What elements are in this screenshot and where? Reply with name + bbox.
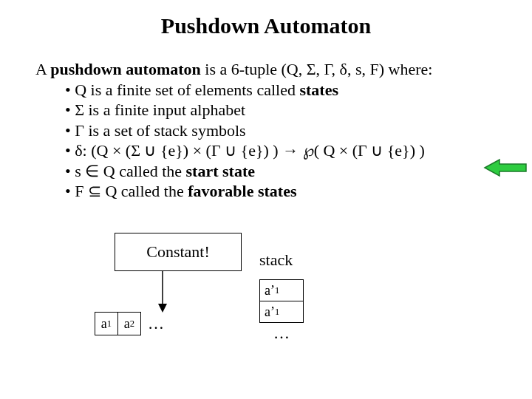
tape-a2-base: a [124,316,130,332]
tape-cell: a2 [117,312,141,335]
intro-bold: pushdown automaton [50,60,201,78]
stack-ellipsis: … [259,322,304,343]
bullet5-bold: start state [186,162,255,180]
bullet1-bold: states [299,81,338,99]
stack-c2-sub: 1 [275,307,279,318]
stack-cell: a’1 [259,301,304,323]
stack-c2-base: a’ [265,304,275,320]
input-tape: a1 a2 … [95,312,164,335]
stack-column: a’1 a’1 … [259,279,304,343]
bullet-states: • Q is a finite set of elements called s… [65,80,525,100]
intro-prefix: A [35,60,50,78]
bullet-sigma: • Σ is a finite input alphabet [65,100,525,120]
bullet6-pre: • F ⊆ Q called the [65,182,188,200]
tape-a2-sub: 2 [130,318,134,330]
stack-c1-sub: 1 [275,285,279,296]
highlight-arrow-icon [483,158,528,180]
bullet6-bold: favorable states [188,182,296,200]
tape-a1-base: a [101,316,107,332]
intro-line: A pushdown automaton is a 6-tuple (Q, Σ,… [35,59,525,80]
bullet-delta: • δ: (Q × (Σ ∪ {e}) × (Γ ∪ {e}) ) → ℘( Q… [65,140,525,161]
bullet1-pre: • Q is a finite set of elements called [65,81,299,99]
constant-label: Constant! [146,242,210,262]
stack-label: stack [259,250,293,270]
bullet-gamma: • Γ is a set of stack symbols [65,120,525,141]
tape-cell: a1 [95,312,118,335]
intro-suffix: is a 6-tuple (Q, Σ, Γ, δ, s, F) where: [201,60,433,78]
bullet-start: • s ∈ Q called the start state [65,161,525,182]
definition-block: A pushdown automaton is a 6-tuple (Q, Σ,… [35,59,525,202]
svg-marker-2 [485,160,526,176]
bullet-favorable: • F ⊆ Q called the favorable states [65,181,525,202]
bullet5-pre: • s ∈ Q called the [65,162,186,180]
constant-callout: Constant! [115,233,242,271]
stack-c1-base: a’ [265,283,275,299]
tape-a1-sub: 1 [107,318,112,330]
arrow-down-icon [155,271,170,313]
tape-ellipsis: … [148,314,164,333]
page-title: Pushdown Automaton [0,13,532,38]
stack-cell: a’1 [259,279,304,301]
